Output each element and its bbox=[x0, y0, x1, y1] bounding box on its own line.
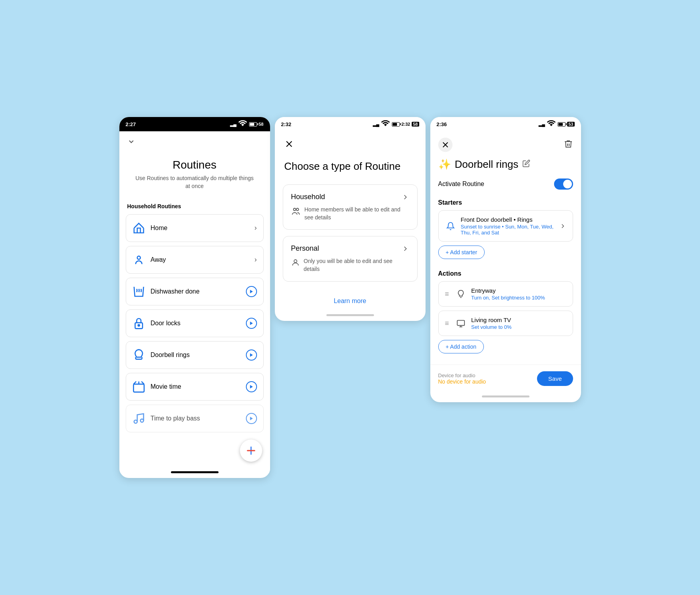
screen-routines: 2:27 ▂▄ 58 Routines Use Routines to auto… bbox=[119, 117, 270, 478]
svg-marker-6 bbox=[250, 353, 253, 357]
routine-item-doorlocks[interactable]: Door locks bbox=[126, 309, 264, 337]
doorlocks-play-icon[interactable] bbox=[246, 318, 257, 329]
status-bar-1: 2:27 ▂▄ 58 bbox=[119, 117, 270, 131]
household-card[interactable]: Household Home members will be able to e… bbox=[283, 184, 418, 230]
dishwasher-routine-icon bbox=[132, 285, 145, 298]
close-button-3[interactable] bbox=[438, 138, 453, 152]
svg-point-18 bbox=[296, 208, 299, 211]
routines-title: Routines bbox=[119, 151, 270, 175]
battery-icon-2 bbox=[392, 122, 400, 127]
bass-routine-label: Time to play bass bbox=[151, 415, 246, 422]
close-button-2[interactable] bbox=[283, 138, 295, 150]
add-action-button[interactable]: + Add action bbox=[438, 340, 484, 353]
routine-item-away[interactable]: Away › bbox=[126, 246, 264, 274]
drag-handle-tv[interactable]: ≡ bbox=[445, 319, 449, 328]
signal-icon-3: ▂▄ bbox=[539, 122, 545, 127]
doorbell-starter-icon bbox=[445, 221, 456, 232]
starter-card[interactable]: Front Door doorbell • Rings Sunset to su… bbox=[438, 210, 573, 242]
fab-area bbox=[119, 436, 270, 468]
home-indicator-2 bbox=[326, 314, 374, 316]
routine-item-dishwasher[interactable]: Dishwasher done bbox=[126, 278, 264, 305]
dishwasher-play-icon[interactable] bbox=[246, 286, 257, 297]
wifi-icon-2 bbox=[381, 119, 390, 129]
status-icons-3: ▂▄ 53 bbox=[539, 119, 574, 129]
screen3-header bbox=[430, 131, 581, 158]
activate-row: Activate Routine bbox=[438, 174, 573, 194]
entryway-name: Entryway bbox=[471, 287, 566, 294]
household-people-icon bbox=[291, 207, 301, 219]
time-3: 2:36 bbox=[437, 121, 447, 127]
drag-handle-entryway[interactable]: ≡ bbox=[445, 290, 449, 298]
add-starter-button[interactable]: + Add starter bbox=[438, 246, 485, 259]
svg-marker-4 bbox=[250, 321, 253, 325]
trash-button[interactable] bbox=[564, 139, 573, 150]
home-indicator-1 bbox=[171, 471, 219, 473]
household-desc-row: Home members will be able to edit and se… bbox=[291, 206, 409, 221]
home-indicator-3 bbox=[482, 395, 529, 397]
status-bar-3: 2:36 ▂▄ 53 bbox=[430, 117, 581, 131]
personal-title: Personal bbox=[291, 244, 319, 253]
routine-item-doorbell[interactable]: Doorbell rings bbox=[126, 341, 264, 369]
status-icons-2: ▂▄ 2:32 58 bbox=[373, 119, 419, 129]
routine-item-movie[interactable]: Movie time bbox=[126, 373, 264, 401]
routines-subtitle: Use Routines to automatically do multipl… bbox=[119, 175, 270, 200]
bass-routine-icon bbox=[132, 412, 145, 425]
svg-point-11 bbox=[140, 419, 144, 422]
doorlocks-routine-icon bbox=[132, 317, 145, 330]
doorbell-routine-label: Doorbell rings bbox=[151, 351, 246, 359]
doorbell-routine-icon bbox=[132, 349, 145, 361]
action-card-tv[interactable]: ≡ Living room TV Set volume to 0% bbox=[438, 311, 573, 336]
status-icons-1: ▂▄ 58 bbox=[230, 119, 263, 129]
doorbell-play-icon[interactable] bbox=[246, 349, 257, 361]
activate-label: Activate Routine bbox=[438, 180, 485, 188]
choose-type-title: Choose a type of Routine bbox=[275, 157, 426, 184]
screen2-header bbox=[275, 131, 426, 157]
learn-more-link[interactable]: Learn more bbox=[275, 288, 426, 311]
routine-item-home[interactable]: Home › bbox=[126, 214, 264, 242]
plus-icon bbox=[245, 445, 257, 456]
routine-item-bass[interactable]: Time to play bass bbox=[126, 405, 264, 432]
svg-point-3 bbox=[138, 324, 140, 326]
tv-info: Living room TV Set volume to 0% bbox=[471, 317, 566, 330]
svg-marker-1 bbox=[250, 290, 253, 293]
battery-pct-2: 2:32 bbox=[401, 122, 410, 127]
save-button[interactable]: Save bbox=[537, 371, 573, 386]
bass-play-icon[interactable] bbox=[246, 413, 257, 424]
home-routine-label: Home bbox=[151, 225, 255, 232]
wifi-icon-3 bbox=[547, 119, 556, 129]
personal-card[interactable]: Personal Only you will be able to edit a… bbox=[283, 236, 418, 281]
movie-play-icon[interactable] bbox=[246, 381, 257, 392]
personal-card-header: Personal bbox=[291, 244, 409, 253]
svg-rect-22 bbox=[457, 321, 464, 326]
screen1-content: Routines Use Routines to automatically d… bbox=[119, 131, 270, 473]
screen-choose-type: 2:32 ▂▄ 2:32 58 Choose a type of Routine… bbox=[275, 117, 426, 321]
screen3-content: ✨ Doorbell rings Activate Routine Starte… bbox=[430, 158, 581, 360]
time-2: 2:32 bbox=[281, 121, 292, 127]
movie-routine-label: Movie time bbox=[151, 383, 246, 390]
dishwasher-routine-label: Dishwasher done bbox=[151, 288, 246, 295]
svg-point-17 bbox=[293, 208, 296, 211]
svg-marker-9 bbox=[250, 385, 253, 388]
tv-name: Living room TV bbox=[471, 317, 566, 323]
personal-person-icon bbox=[291, 258, 300, 269]
entryway-subtitle: Turn on, Set brightness to 100% bbox=[471, 295, 566, 301]
action-card-entryway[interactable]: ≡ Entryway Turn on, Set brightness to 10… bbox=[438, 281, 573, 307]
routine-sparkle-icon: ✨ bbox=[438, 158, 451, 171]
starter-name: Front Door doorbell • Rings bbox=[461, 216, 554, 223]
doorbell-title-row: ✨ Doorbell rings bbox=[438, 158, 573, 171]
battery-icon-3 bbox=[558, 122, 566, 127]
starter-info: Front Door doorbell • Rings Sunset to su… bbox=[461, 216, 554, 236]
time-1: 2:27 bbox=[126, 121, 136, 127]
personal-desc-row: Only you will be able to edit and see de… bbox=[291, 257, 409, 273]
edit-title-icon[interactable] bbox=[522, 159, 530, 169]
screen-doorbell-routine: 2:36 ▂▄ 53 ✨ Doorbell rings bbox=[430, 117, 581, 402]
footer-save: Device for audio No device for audio Sav… bbox=[430, 365, 581, 392]
personal-chevron-icon bbox=[401, 245, 409, 253]
activate-toggle[interactable] bbox=[554, 178, 573, 190]
status-bar-2: 2:32 ▂▄ 2:32 58 bbox=[275, 117, 426, 131]
personal-desc: Only you will be able to edit and see de… bbox=[304, 257, 409, 273]
signal-icon-1: ▂▄ bbox=[230, 122, 236, 127]
add-routine-fab[interactable] bbox=[240, 440, 262, 462]
device-audio-label: Device for audio bbox=[438, 372, 486, 378]
chevron-down-icon[interactable] bbox=[119, 131, 270, 151]
